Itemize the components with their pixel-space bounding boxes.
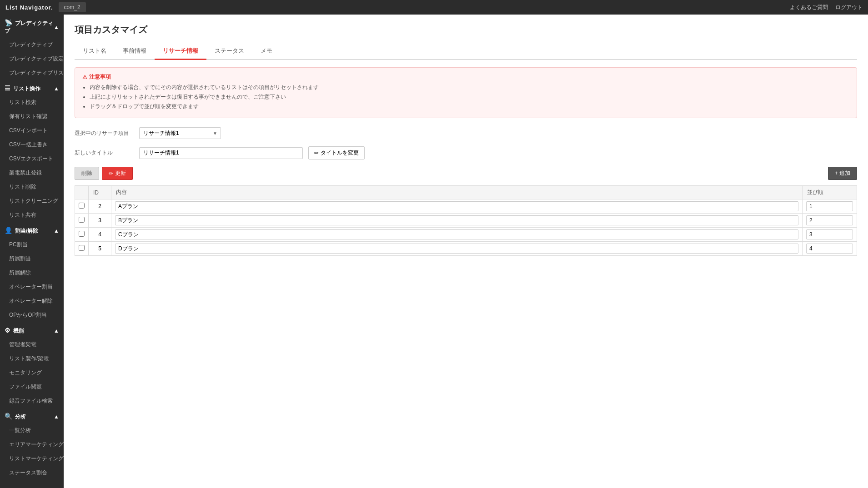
- row-sort-cell: [803, 242, 857, 256]
- row-content-cell: [111, 242, 803, 256]
- topbar-left: List Navigator. com_2: [5, 2, 86, 12]
- title-change-button[interactable]: ✏ タイトルを変更: [308, 146, 365, 159]
- row-sort-input[interactable]: [806, 229, 853, 239]
- warning-item-0: 内容を削除する場合、すでにその内容が選択されているリストはその項目がリセットされ…: [90, 84, 849, 91]
- warning-box: ⚠ 注意事項 内容を削除する場合、すでにその内容が選択されているリストはその項目…: [75, 67, 857, 118]
- sidebar-item-list-confirm[interactable]: 保有リスト確認: [0, 110, 64, 124]
- sidebar-item-list-delete[interactable]: リスト削除: [0, 180, 64, 194]
- action-bar-left: 削除 ✏ 更新: [75, 167, 133, 180]
- table-row: 3: [75, 214, 857, 228]
- row-content-input[interactable]: [115, 201, 798, 211]
- list-ops-icon: ☰: [5, 85, 10, 92]
- layout: 📡プレディクティブ ▲ プレディクティブ プレディクティブ設定 プレディクティブ…: [0, 15, 868, 488]
- row-sort-cell: [803, 199, 857, 214]
- row-content-input[interactable]: [115, 244, 798, 254]
- sidebar-section-assign[interactable]: 👤割当/解除 ▲: [0, 222, 64, 238]
- sidebar-item-call-ban[interactable]: 架電禁止登録: [0, 166, 64, 180]
- topbar-logo: List Navigator.: [5, 4, 53, 11]
- row-id: 2: [89, 199, 111, 214]
- row-checkbox[interactable]: [79, 203, 85, 209]
- row-checkbox[interactable]: [79, 245, 85, 251]
- row-sort-cell: [803, 214, 857, 228]
- sidebar-section-list-ops[interactable]: ☰リスト操作 ▲: [0, 80, 64, 95]
- sidebar-section-functions[interactable]: ⚙機能 ▲: [0, 322, 64, 338]
- select-row: 選択中のリサーチ項目 リサーチ情報1 リサーチ情報2 リサーチ情報3 ▼: [75, 127, 857, 139]
- row-checkbox-cell: [75, 199, 89, 214]
- sidebar-item-op-op-assign[interactable]: OPからOP割当: [0, 308, 64, 322]
- research-select[interactable]: リサーチ情報1 リサーチ情報2 リサーチ情報3: [139, 127, 221, 139]
- sidebar-item-list-share[interactable]: リスト共有: [0, 208, 64, 222]
- page-title: 項目カスタマイズ: [75, 24, 857, 36]
- add-button[interactable]: + 追加: [828, 167, 857, 180]
- sidebar-item-op-release[interactable]: オペレーター解除: [0, 294, 64, 308]
- title-input[interactable]: [139, 147, 303, 159]
- col-content: 内容: [111, 186, 803, 199]
- update-button[interactable]: ✏ 更新: [102, 167, 133, 180]
- sidebar-item-list-create-call[interactable]: リスト製作/架電: [0, 352, 64, 366]
- warning-title: ⚠ 注意事項: [82, 73, 849, 81]
- row-sort-cell: [803, 228, 857, 242]
- tab-list-name[interactable]: リスト名: [75, 43, 115, 60]
- sidebar-item-csv-overwrite[interactable]: CSV一括上書き: [0, 138, 64, 152]
- sidebar-section-predictive[interactable]: 📡プレディクティブ ▲: [0, 15, 64, 38]
- warning-icon: ⚠: [82, 74, 87, 80]
- row-content-input[interactable]: [115, 229, 798, 239]
- faq-link[interactable]: よくあるご質問: [790, 4, 828, 11]
- delete-button[interactable]: 削除: [75, 167, 99, 180]
- sidebar-item-dept-release[interactable]: 所属解除: [0, 266, 64, 280]
- data-table: ID 内容 並び順 2 3: [75, 185, 857, 256]
- sidebar-section-analysis[interactable]: 🔍分析 ▲: [0, 408, 64, 423]
- sidebar-item-dept-assign[interactable]: 所属割当: [0, 252, 64, 266]
- functions-icon: ⚙: [5, 327, 10, 334]
- warning-item-1: 上記によりリセットされたデータは復旧する事ができませんので、ご注意下さい: [90, 93, 849, 101]
- sidebar-item-area-marketing[interactable]: エリアマーケティング: [0, 438, 64, 452]
- sidebar-item-pc-assign[interactable]: PC割当: [0, 238, 64, 252]
- tab-memo[interactable]: メモ: [252, 43, 281, 60]
- table-row: 4: [75, 228, 857, 242]
- sidebar-item-list-cleaning[interactable]: リストクリーニング: [0, 194, 64, 208]
- row-content-input[interactable]: [115, 215, 798, 225]
- col-checkbox: [75, 186, 89, 199]
- title-row: 新しいタイトル ✏ タイトルを変更: [75, 146, 857, 159]
- sidebar-item-csv-export[interactable]: CSVエクスポート: [0, 152, 64, 166]
- row-checkbox[interactable]: [79, 231, 85, 237]
- row-sort-input[interactable]: [806, 244, 853, 254]
- sidebar-item-status-ratio[interactable]: ステータス割合: [0, 466, 64, 480]
- row-checkbox[interactable]: [79, 217, 85, 223]
- sidebar-item-rec-search[interactable]: 録音ファイル検索: [0, 394, 64, 408]
- tab-status[interactable]: ステータス: [206, 43, 252, 60]
- row-checkbox-cell: [75, 214, 89, 228]
- topbar-right: よくあるご質問 ログアウト: [790, 4, 863, 11]
- warning-item-2: ドラッグ＆ドロップで並び順を変更できます: [90, 103, 849, 110]
- topbar-tab: com_2: [59, 2, 86, 12]
- sidebar-item-admin-call[interactable]: 管理者架電: [0, 338, 64, 352]
- row-content-cell: [111, 228, 803, 242]
- row-id: 3: [89, 214, 111, 228]
- sidebar-item-monitoring[interactable]: モニタリング: [0, 366, 64, 380]
- warning-list: 内容を削除する場合、すでにその内容が選択されているリストはその項目がリセットされ…: [82, 84, 849, 110]
- predictive-icon: 📡: [5, 19, 12, 26]
- tab-pre-info[interactable]: 事前情報: [115, 43, 155, 60]
- topbar: List Navigator. com_2 よくあるご質問 ログアウト: [0, 0, 868, 15]
- sidebar-item-list-search[interactable]: リスト検索: [0, 95, 64, 110]
- row-id: 5: [89, 242, 111, 256]
- sidebar-item-predictive[interactable]: プレディクティブ: [0, 38, 64, 52]
- row-content-cell: [111, 199, 803, 214]
- logout-link[interactable]: ログアウト: [835, 4, 863, 11]
- tab-bar: リスト名 事前情報 リサーチ情報 ステータス メモ: [75, 43, 857, 60]
- sidebar-item-predictive-settings[interactable]: プレディクティブ設定: [0, 52, 64, 66]
- sidebar-item-list-analysis[interactable]: 一覧分析: [0, 423, 64, 438]
- sidebar-item-file-view[interactable]: ファイル閲覧: [0, 380, 64, 394]
- tab-research-info[interactable]: リサーチ情報: [155, 43, 206, 60]
- sidebar-item-list-marketing[interactable]: リストマーケティング: [0, 452, 64, 466]
- sidebar-item-predictive-list[interactable]: プレディクティブリスト: [0, 66, 64, 80]
- edit-icon: ✏: [314, 150, 319, 156]
- row-sort-input[interactable]: [806, 215, 853, 225]
- row-sort-input[interactable]: [806, 201, 853, 211]
- title-label: 新しいタイトル: [75, 149, 134, 157]
- sidebar-item-csv-import[interactable]: CSVインポート: [0, 124, 64, 138]
- analysis-icon: 🔍: [5, 413, 12, 420]
- main-content: 項目カスタマイズ リスト名 事前情報 リサーチ情報 ステータス メモ ⚠ 注意事…: [64, 15, 868, 488]
- sidebar-item-op-assign[interactable]: オペレーター割当: [0, 280, 64, 294]
- row-checkbox-cell: [75, 228, 89, 242]
